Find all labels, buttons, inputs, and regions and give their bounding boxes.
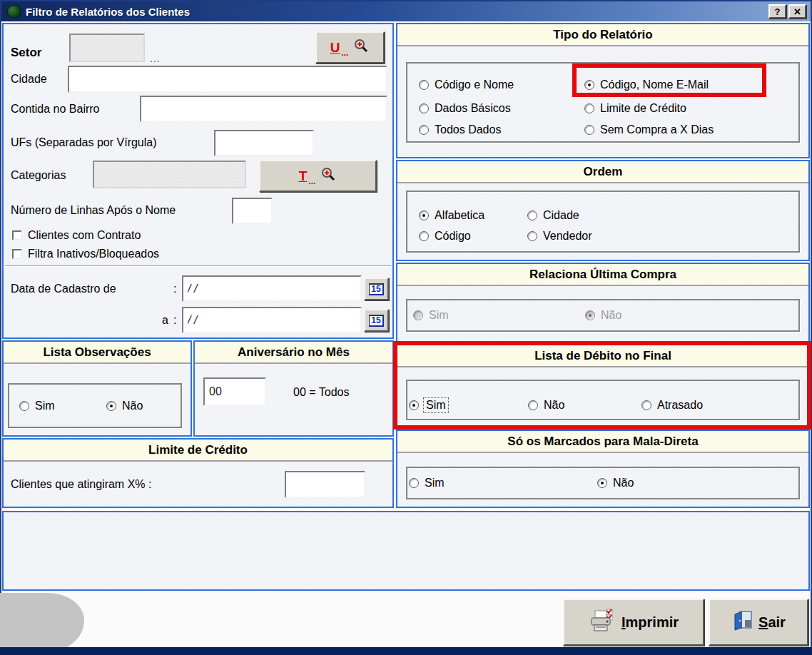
radio-ordem-codigo[interactable]: Código [419,230,471,243]
radio-label: Dados Básicos [435,102,511,115]
radio-label: Alfabetica [435,209,484,222]
radio-icon [528,400,538,410]
radio-label: Código [435,230,471,243]
radio-ordem-cidade[interactable]: Cidade [527,209,579,222]
radio-dados-basicos[interactable]: Dados Básicos [419,102,511,115]
radio-label: Sim [35,400,55,412]
checkbox-label: Clientes com Contrato [28,229,141,242]
setor-label: Setor [11,46,41,60]
lista-debito-panel: Lista de Débito no Final Sim Não Atrasad… [396,344,810,428]
radio-mala-sim[interactable]: Sim [409,477,445,489]
empty-panel [2,511,810,591]
window-bottom-edge [0,647,812,655]
window-title: Filtro de Relatórios dos Clientes [26,6,190,18]
ufs-label: UFs (Separadas por Vírgula) [11,136,157,149]
sair-label: Sair [758,614,786,631]
checkbox-label: Filtra Inativos/Bloqueados [28,248,159,260]
radio-icon [419,80,429,90]
checkbox-icon [12,249,22,259]
imprimir-button[interactable]: Imprimir [563,599,704,646]
background-shape [0,593,84,653]
radio-icon [413,310,423,320]
categorias-field[interactable] [93,161,246,188]
radio-relaciona-nao: Não [585,309,621,322]
radio-icon [527,210,537,220]
cidade-input[interactable] [68,66,387,93]
dialog-window: Filtro de Relatórios dos Clientes ? ✕ Se… [0,0,812,655]
data-de-calendar-button[interactable]: 15 [364,278,389,300]
setor-dots: ... [150,53,161,64]
lista-observacoes-panel: Lista Observações Sim Não [2,340,192,437]
data-de-input[interactable] [182,275,362,302]
radio-ordem-vendedor[interactable]: Vendedor [527,230,592,243]
radio-label: Sim [429,309,449,322]
radio-debito-nao[interactable]: Não [528,399,564,412]
data-cadastro-de-label: Data de Cadastro de [11,283,116,295]
printer-icon [589,609,617,636]
ufs-input[interactable] [214,130,314,156]
relaciona-ultima-compra-panel: Relaciona Última Compra Sim Não [396,263,810,342]
setor-field[interactable] [69,34,145,62]
app-icon [7,5,21,18]
aniversario-panel: Aniversário no Mês 00 = Todos [193,340,394,437]
data-a-calendar-button[interactable]: 15 [364,309,389,332]
radio-label: Sim [425,477,445,489]
radio-mala-nao[interactable]: Não [597,477,634,489]
exit-door-icon [731,609,754,636]
group-box [406,380,800,420]
radio-icon [419,125,429,135]
categorias-lookup-button[interactable]: T... [259,160,377,192]
mala-direta-panel: Só os Marcados para Mala-Direta Sim Não [396,430,810,508]
checkbox-filtra-inativos[interactable]: Filtra Inativos/Bloqueados [12,248,159,260]
radio-label: Não [601,309,621,322]
aniversario-hint: 00 = Todos [293,386,349,399]
radio-icon [585,310,595,320]
section-header: Tipo do Relatório [397,24,808,46]
limite-credito-label: Clientes que atingiram X% : [11,478,151,491]
radio-codigo-e-nome[interactable]: Código e Nome [419,78,514,91]
radio-icon [419,103,429,113]
help-button[interactable]: ? [768,4,786,19]
radio-codigo-nome-email[interactable]: Código, Nome E-Mail [584,78,709,91]
radio-todos-dados[interactable]: Todos Dados [419,123,501,136]
radio-label: Código e Nome [435,78,514,91]
setor-lookup-button[interactable]: U... [315,31,385,64]
sair-button[interactable]: Sair [709,599,808,646]
limite-credito-panel: Limite de Crédito Clientes que atingiram… [2,438,394,508]
radio-ordem-alfabetica[interactable]: Alfabetica [419,209,484,222]
radio-relaciona-sim: Sim [413,309,449,322]
data-a-input[interactable] [182,307,362,333]
section-header: Limite de Crédito [4,440,392,462]
radio-sem-compra-x-dias[interactable]: Sem Compra a X Dias [584,123,714,136]
radio-icon [419,210,429,220]
separator [5,265,391,267]
radio-debito-sim[interactable]: Sim [409,399,447,412]
radio-label: Cidade [543,209,579,222]
radio-limite-de-credito[interactable]: Limite de Crédito [584,102,686,115]
radio-observacoes-sim[interactable]: Sim [19,400,55,412]
radio-icon [409,400,419,410]
title-bar: Filtro de Relatórios dos Clientes ? ✕ [1,1,811,21]
filters-panel: Setor ... U... Cidade Contida no Bairro … [2,23,394,339]
close-button[interactable]: ✕ [788,4,806,19]
section-header: Lista de Débito no Final [397,345,808,367]
aniversario-mes-input[interactable] [203,377,266,406]
bairro-label: Contida no Bairro [11,103,100,116]
radio-label: Todos Dados [435,123,501,136]
radio-label: Não [544,399,564,412]
limite-credito-input[interactable] [285,471,365,498]
radio-icon [106,401,116,411]
checkbox-clientes-com-contrato[interactable]: Clientes com Contrato [12,230,141,241]
magnifier-icon [320,166,337,186]
radio-debito-atrasado[interactable]: Atrasado [641,399,703,412]
radio-icon [584,80,594,90]
radio-label: Sem Compra a X Dias [600,123,714,136]
calendar-icon: 15 [369,283,383,295]
section-header: Só os Marcados para Mala-Direta [397,431,808,453]
section-header: Relaciona Última Compra [397,264,808,286]
section-header: Ordem [397,161,808,183]
radio-icon [641,400,651,410]
radio-observacoes-nao[interactable]: Não [106,400,143,412]
bairro-input[interactable] [140,96,387,122]
linhas-input[interactable] [232,198,273,224]
